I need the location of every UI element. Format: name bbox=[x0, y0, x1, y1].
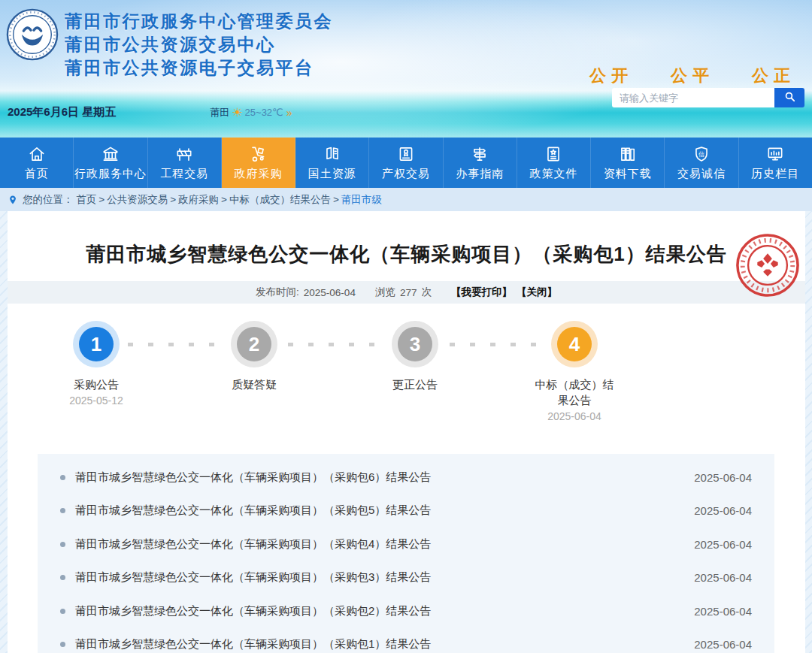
search-icon bbox=[783, 90, 796, 105]
org-line-2: 莆田市公共资源交易中心 bbox=[65, 33, 333, 56]
nav-item-land-resources[interactable]: 国土资源 bbox=[295, 138, 369, 188]
org-line-3: 莆田市公共资源电子交易平台 bbox=[65, 56, 333, 80]
nav-item-policy-files[interactable]: 政策文件 bbox=[517, 138, 591, 188]
bullet-icon bbox=[60, 542, 65, 547]
close-button[interactable]: 【关闭】 bbox=[517, 286, 557, 299]
site-logo bbox=[6, 8, 59, 61]
publish-date: 2025-06-04 bbox=[304, 287, 356, 298]
weather-widget[interactable]: 莆田 ☀ 25~32℃ » bbox=[210, 105, 292, 119]
breadcrumb-item-putian-city-level[interactable]: 莆田市级 bbox=[341, 193, 382, 207]
list-item[interactable]: 莆田市城乡智慧绿色公交一体化（车辆采购项目）（采购包1）结果公告 2025-06… bbox=[60, 628, 752, 653]
files-download-icon bbox=[618, 144, 638, 164]
bullet-icon bbox=[60, 609, 65, 614]
location-pin-icon bbox=[8, 194, 18, 206]
list-item[interactable]: 莆田市城乡智慧绿色公交一体化（车辆采购项目）（采购包4）结果公告 2025-06… bbox=[60, 528, 752, 561]
related-announcements-list: 莆田市城乡智慧绿色公交一体化（车辆采购项目）（采购包6）结果公告 2025-06… bbox=[38, 454, 774, 653]
nav-item-history[interactable]: 历史栏目 bbox=[739, 138, 812, 188]
list-item[interactable]: 莆田市城乡智慧绿色公交一体化（车辆采购项目）（采购包5）结果公告 2025-06… bbox=[60, 494, 752, 528]
slogan-open: 公开 bbox=[589, 65, 633, 87]
land-certificate-icon bbox=[323, 144, 342, 164]
construction-barrier-icon bbox=[174, 144, 194, 164]
content-panel: 莆田市城乡智慧绿色公交一体化（车辆采购项目）（采购包1）结果公告 发布时间: 2… bbox=[8, 211, 805, 653]
views-number: 277 bbox=[400, 287, 417, 298]
bullet-icon bbox=[60, 642, 65, 647]
nav-item-property-trade[interactable]: 产权交易 bbox=[369, 138, 443, 188]
slogan-just: 公正 bbox=[752, 65, 795, 87]
bullet-icon bbox=[60, 575, 65, 580]
bullet-icon bbox=[60, 475, 65, 480]
process-steps: 1 采购公告 2025-05-12 2 质疑答疑 3 更正公告 4 中标（成交）… bbox=[8, 320, 805, 440]
step-2-circle: 2 bbox=[237, 327, 271, 361]
weather-city: 莆田 bbox=[210, 106, 229, 119]
integrity-shield-icon: 信 bbox=[692, 144, 711, 164]
view-count: 浏览 277 次 bbox=[375, 286, 432, 299]
official-seal bbox=[735, 232, 801, 298]
step-result-announcement: 4 中标（成交）结果公告 2025-06-04 bbox=[528, 320, 621, 422]
weather-temp: 25~32℃ bbox=[245, 107, 283, 118]
article-title: 莆田市城乡智慧绿色公交一体化（车辆采购项目）（采购包1）结果公告 bbox=[8, 211, 805, 268]
search-button[interactable] bbox=[774, 88, 804, 107]
hand-truck-icon bbox=[248, 144, 268, 164]
search-input[interactable] bbox=[612, 88, 774, 107]
breadcrumb: 您的位置： 首页 > 公共资源交易 > 政府采购 > 中标（成交）结果公告 > … bbox=[0, 188, 812, 211]
nav-item-guide[interactable]: 办事指南 bbox=[444, 138, 517, 188]
list-item[interactable]: 莆田市城乡智慧绿色公交一体化（车辆采购项目）（采购包2）结果公告 2025-06… bbox=[60, 594, 752, 628]
svg-text:信: 信 bbox=[698, 151, 704, 158]
nav-item-home[interactable]: 首页 bbox=[0, 138, 74, 188]
step-1-circle: 1 bbox=[79, 327, 114, 361]
search-bar bbox=[612, 88, 804, 107]
main-nav: 首页 行政服务中心 工程交易 政府采购 国土资源 产权交易 办事指南 bbox=[0, 138, 812, 188]
slogans: 公开 公平 公正 bbox=[589, 65, 795, 87]
weather-more-arrow[interactable]: » bbox=[286, 107, 292, 119]
breadcrumb-item-result-announcement[interactable]: 中标（成交）结果公告 bbox=[229, 193, 331, 207]
signpost-icon bbox=[470, 144, 489, 164]
site-banner: 莆田市行政服务中心管理委员会 莆田市公共资源交易中心 莆田市公共资源电子交易平台… bbox=[0, 0, 812, 138]
list-item[interactable]: 莆田市城乡智慧绿色公交一体化（车辆采购项目）（采购包6）结果公告 2025-06… bbox=[60, 461, 752, 494]
list-item[interactable]: 莆田市城乡智慧绿色公交一体化（车辆采购项目）（采购包3）结果公告 2025-06… bbox=[60, 561, 752, 595]
step-correction-announcement: 3 更正公告 bbox=[368, 320, 462, 392]
date-weather-bar: 2025年6月6日 星期五 莆田 ☀ 25~32℃ » bbox=[8, 105, 292, 119]
print-button[interactable]: 【我要打印】 bbox=[451, 286, 512, 299]
breadcrumb-item-home[interactable]: 首页 bbox=[76, 193, 96, 207]
publish-time: 发布时间: 2025-06-04 bbox=[256, 286, 356, 299]
current-date: 2025年6月6日 星期五 bbox=[8, 105, 116, 119]
breadcrumb-prefix: 您的位置： bbox=[23, 193, 74, 207]
nav-item-admin-service[interactable]: 行政服务中心 bbox=[74, 138, 147, 188]
policy-document-icon bbox=[544, 144, 563, 164]
breadcrumb-item-gov-procurement[interactable]: 政府采购 bbox=[178, 193, 219, 207]
step-inquiry-reply: 2 质疑答疑 bbox=[208, 320, 301, 392]
breadcrumb-item-public-resources[interactable]: 公共资源交易 bbox=[107, 193, 168, 207]
step-4-circle: 4 bbox=[557, 327, 592, 361]
history-monitor-icon bbox=[765, 144, 785, 164]
bullet-icon bbox=[60, 508, 65, 513]
article-meta-bar: 发布时间: 2025-06-04 浏览 277 次 【我要打印】 【关闭】 bbox=[8, 281, 805, 304]
org-titles: 莆田市行政服务中心管理委员会 莆田市公共资源交易中心 莆田市公共资源电子交易平台 bbox=[65, 10, 333, 80]
bank-icon bbox=[101, 144, 120, 164]
property-certificate-icon bbox=[396, 144, 416, 164]
step-3-circle: 3 bbox=[398, 327, 432, 361]
nav-item-integrity[interactable]: 信 交易诚信 bbox=[665, 138, 738, 188]
home-icon bbox=[27, 144, 47, 164]
slogan-fair: 公平 bbox=[671, 65, 714, 87]
org-line-1: 莆田市行政服务中心管理委员会 bbox=[65, 10, 333, 33]
sun-icon: ☀ bbox=[232, 105, 242, 119]
nav-item-government-procurement[interactable]: 政府采购 bbox=[222, 138, 295, 188]
nav-item-downloads[interactable]: 资料下载 bbox=[591, 138, 665, 188]
nav-item-engineering-trade[interactable]: 工程交易 bbox=[148, 138, 222, 188]
step-procurement-announcement: 1 采购公告 2025-05-12 bbox=[50, 320, 143, 407]
